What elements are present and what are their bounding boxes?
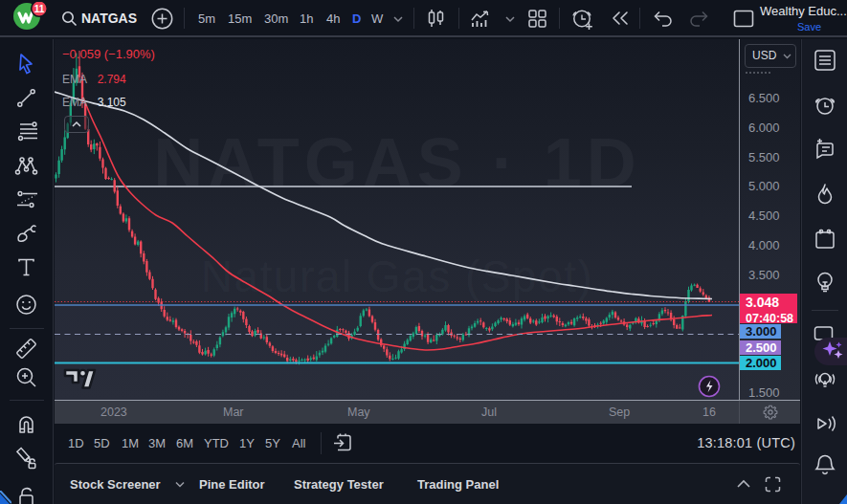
svg-text:11: 11 — [34, 4, 45, 14]
svg-text:NATGAS · 1D: NATGAS · 1D — [153, 124, 641, 201]
svg-text:Natural Gas (Spot): Natural Gas (Spot) — [201, 252, 593, 301]
